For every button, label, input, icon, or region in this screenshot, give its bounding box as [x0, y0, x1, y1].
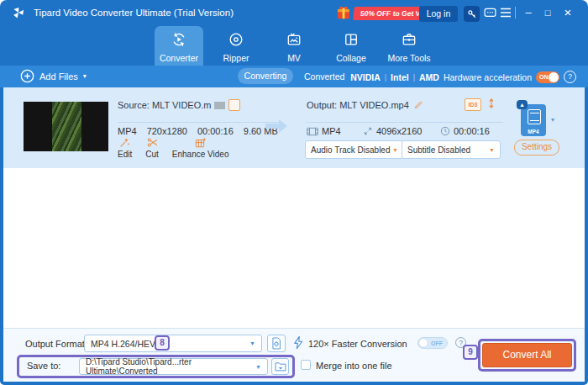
save-to-label: Save to: — [27, 361, 60, 371]
output-format-label: Output Format: — [25, 339, 87, 349]
close-button[interactable]: × — [560, 5, 575, 20]
dropdown-arrow-icon: ▼ — [489, 147, 495, 153]
maximize-button[interactable]: □ — [540, 5, 555, 20]
window-title: Tipard Video Converter Ultimate (Trial V… — [34, 8, 234, 18]
annotation-badge-8: 8 — [155, 335, 170, 351]
app-window: Tipard Video Converter Ultimate (Trial V… — [0, 0, 588, 385]
brand-nvidia: NVIDIA — [350, 72, 381, 82]
subtitle-dropdown[interactable]: Subtitle Disabled ▼ — [402, 140, 501, 159]
tab-collage[interactable]: Collage — [327, 26, 375, 66]
faster-conversion-toggle[interactable]: OFF — [417, 337, 448, 349]
cut-button[interactable]: Cut — [145, 136, 159, 159]
output-format-dropdown[interactable]: MP4 H.264/HEVC ▼ — [84, 335, 262, 352]
source-duration: 00:00:16 — [197, 126, 234, 136]
move-updown-icon[interactable] — [486, 97, 497, 110]
caret-down-icon: ▾ — [83, 72, 87, 80]
censored-text — [214, 102, 225, 109]
dropdown-arrow-icon: ▼ — [249, 340, 255, 346]
annotation-badge-9: 9 — [463, 345, 478, 360]
dropdown-arrow-icon: ▼ — [255, 364, 261, 370]
output-format: MP4 — [322, 126, 341, 136]
output-resolution: 4096x2160 — [376, 126, 422, 136]
lightning-icon — [292, 335, 304, 350]
enhance-video-icon — [194, 136, 207, 149]
tab-mv[interactable]: MV — [270, 26, 318, 66]
hw-accel-help-icon[interactable]: ? — [564, 71, 576, 83]
collage-grid-icon — [342, 31, 360, 48]
video-thumbnail[interactable] — [24, 102, 108, 151]
output-duration: 00:00:16 — [454, 126, 490, 136]
toolbox-icon — [400, 31, 418, 48]
plus-circle-icon — [20, 69, 34, 83]
add-files-button[interactable]: Add Files ▾ — [20, 69, 87, 83]
login-button[interactable]: Log in — [419, 6, 458, 22]
file-list-empty-area — [3, 168, 585, 328]
key-icon — [466, 8, 477, 19]
folder-icon — [275, 361, 286, 372]
profile-film-icon — [528, 109, 541, 124]
settings-button[interactable]: Settings — [514, 140, 559, 156]
edit-button[interactable]: Edit — [118, 136, 132, 159]
menu-icon[interactable] — [500, 8, 512, 18]
output-meta: MP4 4096x2160 00:00:16 — [307, 126, 490, 136]
minimize-button[interactable]: – — [521, 5, 536, 20]
dropdown-arrow-icon: ▼ — [392, 147, 398, 153]
register-key-button[interactable] — [464, 6, 480, 22]
file-actions: Edit Cut Enhance Video — [118, 136, 228, 159]
feedback-icon[interactable] — [483, 6, 497, 20]
edit-wand-icon — [118, 136, 131, 149]
save-to-dropdown[interactable]: D:\Tipard Studio\Tipard...rter Ultimate\… — [79, 358, 268, 375]
hw-accel-label: Hardware acceleration — [444, 72, 532, 82]
enhance-video-button[interactable]: Enhance Video — [172, 136, 229, 159]
scissors-icon — [146, 136, 159, 149]
action-toolbar: Add Files ▾ Converting Converted NVIDIA … — [0, 66, 588, 87]
merge-label: Merge into one file — [316, 361, 392, 371]
title-bar: Tipard Video Converter Ultimate (Trial V… — [0, 0, 588, 25]
tab-ripper[interactable]: Ripper — [212, 26, 260, 66]
id3-edit-button[interactable]: ID3 — [465, 98, 481, 111]
profile-caret-icon[interactable]: ▾ — [551, 116, 554, 124]
clock-icon — [440, 126, 450, 136]
source-resolution: 720x1280 — [147, 126, 187, 136]
brand-amd: AMD — [419, 72, 439, 82]
resolution-expand-icon — [363, 126, 373, 136]
browse-folder-button[interactable] — [271, 358, 289, 375]
hw-accel-toggle[interactable]: ON — [536, 71, 559, 83]
file-item-row: Source: MLT VIDEO.m MP4 720x1280 00:00:1… — [3, 87, 585, 168]
rename-pencil-icon[interactable] — [413, 99, 424, 110]
titlebar-separator — [515, 7, 516, 18]
source-divider — [118, 122, 282, 123]
brand-intel: Intel — [391, 72, 409, 82]
gift-icon[interactable] — [335, 4, 352, 21]
format-settings-button[interactable] — [267, 335, 286, 352]
convert-direction-arrow-icon — [264, 116, 289, 136]
merge-checkbox[interactable] — [301, 360, 311, 370]
audio-track-dropdown[interactable]: Audio Track Disabled ▼ — [305, 140, 404, 159]
convert-all-button[interactable]: Convert All — [482, 343, 572, 367]
film-icon — [307, 127, 318, 136]
ripper-disc-icon — [227, 31, 245, 48]
converting-tab[interactable]: Converting — [238, 68, 293, 84]
profile-badge-icon: ▲ — [517, 100, 528, 109]
bottom-bar: Output Format: MP4 H.264/HEVC ▼ 8 120× F… — [3, 328, 585, 382]
hardware-acceleration-zone: NVIDIA | Intel | AMD Hardware accelerati… — [350, 69, 576, 85]
tab-converter[interactable]: Converter — [155, 26, 203, 66]
source-format: MP4 — [118, 126, 137, 136]
source-meta: MP4 720x1280 00:00:16 9.60 MB — [118, 126, 278, 136]
tab-more-tools[interactable]: More Tools — [380, 26, 438, 66]
converter-icon — [170, 31, 188, 48]
source-file-name: Source: MLT VIDEO.m — [118, 99, 240, 111]
profile-settings-icon — [270, 337, 282, 350]
media-info-icon[interactable] — [228, 99, 240, 111]
tipard-logo-icon — [10, 5, 27, 20]
output-divider — [307, 122, 503, 123]
faster-conversion-label: 120× Faster Conversion — [308, 339, 407, 349]
feature-tab-bar: Converter Ripper MV — [0, 25, 588, 66]
mv-tv-icon — [285, 31, 303, 48]
converted-tab[interactable]: Converted — [304, 71, 344, 82]
output-file-name: Output: MLT VIDEO.mp4 — [307, 99, 424, 110]
output-profile-button[interactable]: ▲ MP4 — [521, 104, 546, 136]
